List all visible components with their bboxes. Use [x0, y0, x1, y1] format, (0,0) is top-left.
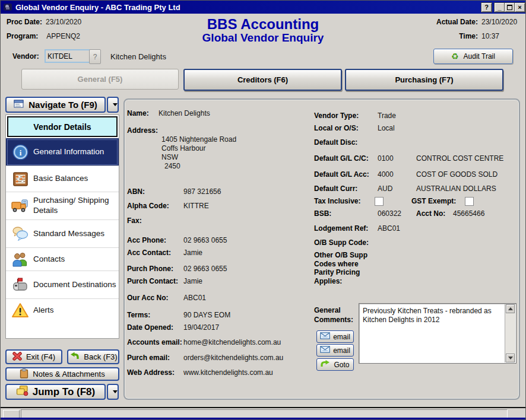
truck-icon	[11, 199, 29, 213]
terms-value: 90 DAYS EOM	[183, 310, 230, 320]
acct-no-value: 45665466	[453, 209, 484, 218]
proc-date-label: Proc Date:	[7, 18, 42, 26]
audit-trail-button[interactable]: ♻ Audit Trail	[433, 49, 513, 64]
sidebar-item-contacts[interactable]: Contacts	[6, 248, 119, 271]
vendor-name: Kitchen Delights	[110, 52, 166, 61]
tax-inclusive-label: Tax Inclusive:	[314, 196, 375, 206]
local-os-value: Local	[378, 123, 416, 133]
envelope-icon	[320, 346, 330, 355]
accounts-email-label: Accounts email:	[127, 338, 183, 347]
sidebar-item-basic-balances[interactable]: Basic Balances	[6, 166, 119, 192]
time-value: 10:37	[481, 32, 521, 40]
proc-date-value: 23/10/2020	[46, 18, 81, 26]
abn-label: ABN:	[127, 187, 183, 196]
program-label: Program:	[7, 32, 38, 40]
fax-label: Fax:	[127, 216, 183, 225]
acct-no-label: Acct No:	[416, 209, 453, 218]
default-curr-value: AUD	[378, 184, 416, 193]
vendor-details-list: Vendor Details i General Information Bas…	[5, 114, 119, 339]
tab-creditors[interactable]: Creditors (F6)	[183, 69, 342, 91]
date-opened-value: 19/04/2017	[183, 323, 219, 332]
web-address-label: Web Address:	[127, 368, 183, 377]
envelope-icon	[320, 332, 330, 341]
close-button[interactable]: ×	[514, 2, 525, 12]
svg-text:i: i	[19, 148, 21, 157]
general-comments-text: Previously Kitchen Treats - rebranded as…	[363, 307, 503, 324]
status-grip	[3, 410, 20, 420]
scroll-up-button[interactable]	[506, 304, 515, 313]
sidebar-item-general-information[interactable]: i General Information	[6, 138, 119, 166]
web-address-value: www.kitchendelights.com.au	[183, 368, 273, 377]
navigate-dropdown-button[interactable]	[107, 97, 119, 113]
alpha-code-value: KITTRE	[183, 201, 209, 211]
vendor-type-label: Vendor Type:	[314, 111, 378, 120]
arrow-down-icon	[508, 357, 513, 359]
address-line: Coffs Harbour	[127, 144, 311, 153]
address-line: 1405 Nightengale Road	[127, 135, 311, 144]
window-title: Global Vendor Enquiry - ABC Trading Pty …	[15, 3, 180, 12]
abacus-icon	[11, 171, 29, 187]
sidebar-item-document-destinations[interactable]: Document Destinations	[6, 271, 119, 299]
date-opened-label: Date Opened:	[127, 323, 183, 332]
arrow-up-icon	[508, 307, 513, 310]
bsb-label: BSB:	[314, 209, 378, 218]
email-accounts-button[interactable]: email	[316, 330, 354, 343]
sidebar-item-purchasing-shipping[interactable]: Purchasing/ Shipping Details	[6, 192, 119, 220]
purch-contact-value: Jamie	[183, 276, 202, 286]
jump-dropdown-button[interactable]	[107, 384, 119, 400]
help-button[interactable]: ?	[481, 2, 492, 12]
notes-attachments-button[interactable]: Notes & Attachments	[5, 367, 119, 381]
lodgement-ref-label: Lodgement Ref:	[314, 224, 378, 233]
navigate-to-button[interactable]: Navigate To (F9)	[5, 97, 106, 113]
name-value: Kitchen Delights	[159, 109, 210, 118]
vendor-details-left-column: Name:Kitchen Delights Address: 1405 Nigh…	[127, 109, 311, 377]
back-button[interactable]: Back (F3)	[67, 349, 119, 364]
local-os-label: Local or O/S:	[314, 123, 378, 133]
comments-scrollbar[interactable]	[505, 304, 515, 362]
speech-bubbles-icon	[11, 226, 29, 241]
sidebar-item-standard-messages[interactable]: Standard Messages	[6, 220, 119, 248]
vendor-code-input[interactable]	[45, 49, 91, 63]
back-arrow-icon	[69, 352, 80, 362]
acc-contact-label: Acc Contact:	[127, 248, 183, 257]
exit-button[interactable]: Exit (F4)	[5, 349, 62, 364]
goto-web-button[interactable]: Goto	[316, 358, 354, 371]
alpha-code-label: Alpha Code:	[127, 201, 183, 211]
default-glacc-desc: COST OF GOODS SOLD	[416, 170, 498, 179]
default-glcc-label: Default G/L C/C:	[314, 154, 378, 163]
vendor-details-right-column: Vendor Type:Trade Local or O/S:Local Def…	[314, 111, 519, 285]
jump-to-button[interactable]: Jump To (F8)	[5, 384, 106, 400]
purch-email-label: Purch email:	[127, 353, 183, 362]
email-purchasing-button[interactable]: email	[316, 344, 354, 357]
general-comments-field[interactable]: Previously Kitchen Treats - rebranded as…	[359, 303, 517, 364]
default-disc-label: Default Disc:	[314, 138, 378, 147]
acc-phone-value: 02 9663 0655	[183, 236, 227, 245]
app-window: Global Vendor Enquiry - ABC Trading Pty …	[0, 0, 526, 420]
goto-arrow-icon	[321, 360, 331, 370]
our-acc-no-label: Our Acc No:	[127, 293, 183, 303]
address-label: Address:	[127, 126, 183, 135]
actual-date-label: Actual Date:	[436, 18, 478, 26]
gst-exempt-checkbox[interactable]	[465, 197, 474, 206]
vendor-lookup-button[interactable]: ?	[89, 49, 101, 64]
red-x-icon	[12, 352, 22, 362]
app-icon	[3, 2, 12, 12]
bsb-value: 060322	[378, 209, 416, 218]
maximize-icon	[507, 5, 512, 10]
default-glcc-desc: CONTROL COST CENTRE	[416, 154, 503, 163]
default-glacc-value: 4000	[378, 170, 416, 179]
terms-label: Terms:	[127, 310, 183, 320]
default-curr-label: Default Curr:	[314, 184, 378, 193]
tax-inclusive-checkbox[interactable]	[375, 197, 384, 206]
tab-general[interactable]: General (F5)	[21, 69, 179, 90]
ob-supp-code-label: O/B Supp Code:	[314, 238, 385, 247]
people-icon	[11, 252, 29, 267]
time-label: Time:	[459, 32, 478, 40]
clipboard-icon	[20, 368, 28, 380]
general-comments-label: General Comments:	[314, 306, 362, 324]
scroll-down-button[interactable]	[506, 354, 515, 362]
tab-purchasing[interactable]: Purchasing (F7)	[345, 69, 503, 91]
folders-icon	[16, 385, 28, 399]
sidebar-item-alerts[interactable]: Alerts	[6, 299, 119, 322]
status-bar	[21, 409, 508, 420]
